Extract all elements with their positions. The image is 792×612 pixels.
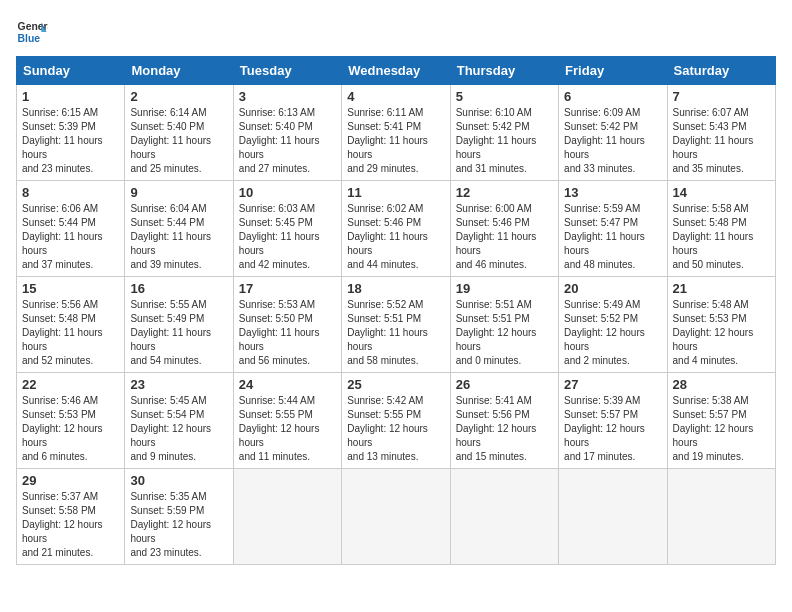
day-number: 19 bbox=[456, 281, 553, 296]
calendar-cell: 3Sunrise: 6:13 AMSunset: 5:40 PMDaylight… bbox=[233, 85, 341, 181]
calendar-cell: 25Sunrise: 5:42 AMSunset: 5:55 PMDayligh… bbox=[342, 373, 450, 469]
calendar-cell bbox=[450, 469, 558, 565]
day-info: Sunrise: 5:37 AMSunset: 5:58 PMDaylight:… bbox=[22, 490, 119, 560]
day-number: 9 bbox=[130, 185, 227, 200]
calendar-cell: 21Sunrise: 5:48 AMSunset: 5:53 PMDayligh… bbox=[667, 277, 775, 373]
calendar-cell bbox=[559, 469, 667, 565]
calendar-cell bbox=[667, 469, 775, 565]
day-info: Sunrise: 5:38 AMSunset: 5:57 PMDaylight:… bbox=[673, 394, 770, 464]
calendar-cell: 24Sunrise: 5:44 AMSunset: 5:55 PMDayligh… bbox=[233, 373, 341, 469]
day-number: 10 bbox=[239, 185, 336, 200]
calendar-cell: 9Sunrise: 6:04 AMSunset: 5:44 PMDaylight… bbox=[125, 181, 233, 277]
calendar-cell: 17Sunrise: 5:53 AMSunset: 5:50 PMDayligh… bbox=[233, 277, 341, 373]
calendar-cell: 18Sunrise: 5:52 AMSunset: 5:51 PMDayligh… bbox=[342, 277, 450, 373]
day-info: Sunrise: 5:42 AMSunset: 5:55 PMDaylight:… bbox=[347, 394, 444, 464]
day-number: 27 bbox=[564, 377, 661, 392]
day-info: Sunrise: 6:15 AMSunset: 5:39 PMDaylight:… bbox=[22, 106, 119, 176]
column-header-saturday: Saturday bbox=[667, 57, 775, 85]
calendar-cell: 13Sunrise: 5:59 AMSunset: 5:47 PMDayligh… bbox=[559, 181, 667, 277]
calendar-cell: 27Sunrise: 5:39 AMSunset: 5:57 PMDayligh… bbox=[559, 373, 667, 469]
calendar-cell: 11Sunrise: 6:02 AMSunset: 5:46 PMDayligh… bbox=[342, 181, 450, 277]
day-info: Sunrise: 5:58 AMSunset: 5:48 PMDaylight:… bbox=[673, 202, 770, 272]
day-number: 18 bbox=[347, 281, 444, 296]
logo: General Blue bbox=[16, 16, 48, 48]
calendar-cell: 16Sunrise: 5:55 AMSunset: 5:49 PMDayligh… bbox=[125, 277, 233, 373]
calendar-week-3: 22Sunrise: 5:46 AMSunset: 5:53 PMDayligh… bbox=[17, 373, 776, 469]
day-number: 17 bbox=[239, 281, 336, 296]
day-info: Sunrise: 5:53 AMSunset: 5:50 PMDaylight:… bbox=[239, 298, 336, 368]
day-number: 2 bbox=[130, 89, 227, 104]
day-number: 7 bbox=[673, 89, 770, 104]
day-number: 8 bbox=[22, 185, 119, 200]
calendar-cell: 1Sunrise: 6:15 AMSunset: 5:39 PMDaylight… bbox=[17, 85, 125, 181]
day-info: Sunrise: 5:51 AMSunset: 5:51 PMDaylight:… bbox=[456, 298, 553, 368]
calendar-cell: 26Sunrise: 5:41 AMSunset: 5:56 PMDayligh… bbox=[450, 373, 558, 469]
calendar-cell: 4Sunrise: 6:11 AMSunset: 5:41 PMDaylight… bbox=[342, 85, 450, 181]
day-info: Sunrise: 5:41 AMSunset: 5:56 PMDaylight:… bbox=[456, 394, 553, 464]
day-number: 15 bbox=[22, 281, 119, 296]
day-info: Sunrise: 5:45 AMSunset: 5:54 PMDaylight:… bbox=[130, 394, 227, 464]
day-number: 22 bbox=[22, 377, 119, 392]
day-number: 29 bbox=[22, 473, 119, 488]
calendar-cell: 20Sunrise: 5:49 AMSunset: 5:52 PMDayligh… bbox=[559, 277, 667, 373]
day-info: Sunrise: 6:04 AMSunset: 5:44 PMDaylight:… bbox=[130, 202, 227, 272]
calendar-cell: 29Sunrise: 5:37 AMSunset: 5:58 PMDayligh… bbox=[17, 469, 125, 565]
column-header-tuesday: Tuesday bbox=[233, 57, 341, 85]
page-header: General Blue bbox=[16, 16, 776, 48]
calendar-cell: 10Sunrise: 6:03 AMSunset: 5:45 PMDayligh… bbox=[233, 181, 341, 277]
calendar-cell bbox=[233, 469, 341, 565]
day-number: 12 bbox=[456, 185, 553, 200]
calendar-week-4: 29Sunrise: 5:37 AMSunset: 5:58 PMDayligh… bbox=[17, 469, 776, 565]
day-info: Sunrise: 6:00 AMSunset: 5:46 PMDaylight:… bbox=[456, 202, 553, 272]
day-number: 11 bbox=[347, 185, 444, 200]
day-number: 1 bbox=[22, 89, 119, 104]
day-info: Sunrise: 6:09 AMSunset: 5:42 PMDaylight:… bbox=[564, 106, 661, 176]
calendar-week-2: 15Sunrise: 5:56 AMSunset: 5:48 PMDayligh… bbox=[17, 277, 776, 373]
calendar-cell: 15Sunrise: 5:56 AMSunset: 5:48 PMDayligh… bbox=[17, 277, 125, 373]
calendar-cell: 14Sunrise: 5:58 AMSunset: 5:48 PMDayligh… bbox=[667, 181, 775, 277]
day-number: 28 bbox=[673, 377, 770, 392]
calendar-cell: 8Sunrise: 6:06 AMSunset: 5:44 PMDaylight… bbox=[17, 181, 125, 277]
calendar-cell: 30Sunrise: 5:35 AMSunset: 5:59 PMDayligh… bbox=[125, 469, 233, 565]
day-number: 5 bbox=[456, 89, 553, 104]
day-info: Sunrise: 5:56 AMSunset: 5:48 PMDaylight:… bbox=[22, 298, 119, 368]
calendar-cell: 28Sunrise: 5:38 AMSunset: 5:57 PMDayligh… bbox=[667, 373, 775, 469]
column-header-wednesday: Wednesday bbox=[342, 57, 450, 85]
column-header-thursday: Thursday bbox=[450, 57, 558, 85]
column-header-friday: Friday bbox=[559, 57, 667, 85]
day-info: Sunrise: 5:44 AMSunset: 5:55 PMDaylight:… bbox=[239, 394, 336, 464]
day-info: Sunrise: 6:14 AMSunset: 5:40 PMDaylight:… bbox=[130, 106, 227, 176]
day-number: 21 bbox=[673, 281, 770, 296]
calendar-cell: 12Sunrise: 6:00 AMSunset: 5:46 PMDayligh… bbox=[450, 181, 558, 277]
calendar-table: SundayMondayTuesdayWednesdayThursdayFrid… bbox=[16, 56, 776, 565]
day-info: Sunrise: 5:48 AMSunset: 5:53 PMDaylight:… bbox=[673, 298, 770, 368]
calendar-cell: 23Sunrise: 5:45 AMSunset: 5:54 PMDayligh… bbox=[125, 373, 233, 469]
day-number: 13 bbox=[564, 185, 661, 200]
logo-icon: General Blue bbox=[16, 16, 48, 48]
day-info: Sunrise: 5:55 AMSunset: 5:49 PMDaylight:… bbox=[130, 298, 227, 368]
day-info: Sunrise: 6:07 AMSunset: 5:43 PMDaylight:… bbox=[673, 106, 770, 176]
day-number: 26 bbox=[456, 377, 553, 392]
calendar-cell: 22Sunrise: 5:46 AMSunset: 5:53 PMDayligh… bbox=[17, 373, 125, 469]
day-number: 14 bbox=[673, 185, 770, 200]
day-info: Sunrise: 6:13 AMSunset: 5:40 PMDaylight:… bbox=[239, 106, 336, 176]
day-number: 20 bbox=[564, 281, 661, 296]
column-header-monday: Monday bbox=[125, 57, 233, 85]
day-info: Sunrise: 6:02 AMSunset: 5:46 PMDaylight:… bbox=[347, 202, 444, 272]
day-number: 4 bbox=[347, 89, 444, 104]
day-info: Sunrise: 6:06 AMSunset: 5:44 PMDaylight:… bbox=[22, 202, 119, 272]
calendar-cell: 6Sunrise: 6:09 AMSunset: 5:42 PMDaylight… bbox=[559, 85, 667, 181]
day-info: Sunrise: 6:11 AMSunset: 5:41 PMDaylight:… bbox=[347, 106, 444, 176]
day-info: Sunrise: 5:52 AMSunset: 5:51 PMDaylight:… bbox=[347, 298, 444, 368]
day-info: Sunrise: 5:39 AMSunset: 5:57 PMDaylight:… bbox=[564, 394, 661, 464]
calendar-cell: 2Sunrise: 6:14 AMSunset: 5:40 PMDaylight… bbox=[125, 85, 233, 181]
calendar-cell: 5Sunrise: 6:10 AMSunset: 5:42 PMDaylight… bbox=[450, 85, 558, 181]
day-number: 25 bbox=[347, 377, 444, 392]
calendar-cell: 7Sunrise: 6:07 AMSunset: 5:43 PMDaylight… bbox=[667, 85, 775, 181]
day-info: Sunrise: 5:59 AMSunset: 5:47 PMDaylight:… bbox=[564, 202, 661, 272]
day-info: Sunrise: 6:03 AMSunset: 5:45 PMDaylight:… bbox=[239, 202, 336, 272]
day-info: Sunrise: 6:10 AMSunset: 5:42 PMDaylight:… bbox=[456, 106, 553, 176]
calendar-week-0: 1Sunrise: 6:15 AMSunset: 5:39 PMDaylight… bbox=[17, 85, 776, 181]
day-number: 16 bbox=[130, 281, 227, 296]
calendar-week-1: 8Sunrise: 6:06 AMSunset: 5:44 PMDaylight… bbox=[17, 181, 776, 277]
